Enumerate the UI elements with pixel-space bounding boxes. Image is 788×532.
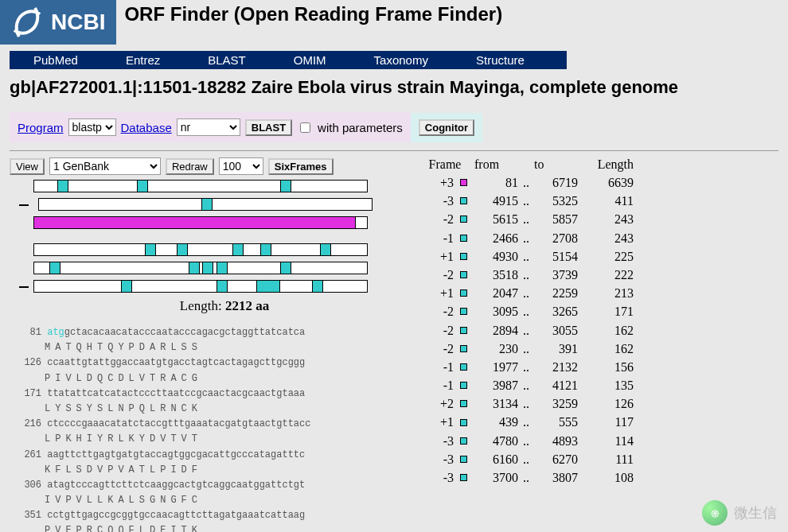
orf-row[interactable]: +1439..555117 bbox=[415, 413, 778, 431]
orf-row[interactable]: +381..67196639 bbox=[415, 173, 778, 192]
frame-bar[interactable] bbox=[33, 243, 368, 256]
orf-color-icon bbox=[460, 437, 467, 445]
frame-track bbox=[33, 180, 415, 192]
sequence-block: 81 atggctacacaacatacccaatacccagacgctaggt… bbox=[10, 325, 415, 532]
database-link[interactable]: Database bbox=[121, 121, 172, 134]
orf-segment[interactable] bbox=[145, 243, 156, 256]
orf-segment[interactable] bbox=[121, 280, 132, 293]
orf-table-header: Frame from to Length bbox=[415, 157, 778, 172]
sequence-heading: gb|AF272001.1|:11501-18282 Zaire Ebola v… bbox=[10, 77, 778, 98]
nav-structure[interactable]: Structure bbox=[452, 51, 548, 69]
orf-row[interactable]: -11977..2132156 bbox=[415, 358, 778, 376]
orf-segment[interactable] bbox=[202, 262, 213, 274]
sixframes-button[interactable]: SixFrames bbox=[268, 158, 334, 175]
frame-bar[interactable] bbox=[33, 262, 368, 274]
orf-segment[interactable] bbox=[201, 198, 213, 211]
orf-table: Frame from to Length +381..67196639-3491… bbox=[415, 157, 778, 487]
program-select[interactable]: blastp bbox=[68, 118, 116, 136]
separator bbox=[10, 150, 778, 151]
orf-segment[interactable] bbox=[49, 262, 60, 274]
view-controls: View 1 GenBank Redraw 100 SixFrames bbox=[10, 157, 415, 175]
orf-segment[interactable] bbox=[189, 262, 200, 274]
frame-diagram bbox=[33, 180, 415, 293]
minus-icon bbox=[19, 204, 29, 206]
redraw-button[interactable]: Redraw bbox=[166, 158, 214, 175]
orf-segment[interactable] bbox=[232, 243, 244, 256]
blast-controls: Program blastp Database nr BLAST with pa… bbox=[10, 112, 778, 142]
orf-color-icon bbox=[460, 400, 467, 407]
orf-segment[interactable] bbox=[280, 262, 291, 274]
nav-pubmed[interactable]: PubMed bbox=[10, 51, 102, 69]
frame-bar[interactable] bbox=[33, 180, 368, 192]
orf-row[interactable]: -33700..3807108 bbox=[415, 468, 778, 487]
orf-row[interactable]: +12047..2259213 bbox=[415, 284, 778, 302]
orf-color-icon bbox=[460, 308, 467, 315]
orf-row[interactable]: +23134..3259126 bbox=[415, 394, 778, 413]
with-params-checkbox[interactable] bbox=[300, 122, 310, 133]
nav-blast[interactable]: BLAST bbox=[184, 51, 270, 69]
page-header: NCBI ORF Finder (Open Reading Frame Find… bbox=[0, 0, 788, 45]
format-select[interactable]: 1 GenBank bbox=[49, 157, 161, 175]
orf-row[interactable]: -34780..4893114 bbox=[415, 432, 778, 450]
with-params-label: with parameters bbox=[318, 121, 403, 134]
frame-track bbox=[33, 280, 415, 293]
orf-color-icon bbox=[460, 345, 467, 352]
orf-segment[interactable] bbox=[177, 243, 188, 256]
orf-segment[interactable] bbox=[217, 262, 228, 274]
width-select[interactable]: 100 bbox=[219, 157, 263, 175]
orf-row[interactable]: -36160..6270111 bbox=[415, 450, 778, 468]
frame-track bbox=[33, 243, 415, 256]
page-title: ORF Finder (Open Reading Frame Finder) bbox=[124, 0, 502, 29]
database-select[interactable]: nr bbox=[177, 118, 240, 136]
frame-track bbox=[33, 216, 415, 229]
orf-color-icon bbox=[460, 327, 467, 334]
length-label: Length: 2212 aa bbox=[33, 298, 415, 314]
program-panel: Program blastp Database nr BLAST with pa… bbox=[10, 112, 411, 142]
nav-bar: PubMed Entrez BLAST OMIM Taxonomy Struct… bbox=[10, 51, 567, 69]
orf-segment[interactable] bbox=[217, 280, 228, 293]
orf-segment[interactable] bbox=[57, 180, 68, 192]
orf-row[interactable]: -25615..5857243 bbox=[415, 210, 778, 228]
orf-color-icon bbox=[460, 456, 467, 463]
nav-omim[interactable]: OMIM bbox=[270, 51, 350, 69]
orf-segment[interactable] bbox=[256, 280, 280, 293]
cognitor-button[interactable]: Cognitor bbox=[419, 119, 474, 136]
orf-row[interactable]: -12466..2708243 bbox=[415, 229, 778, 247]
orf-segment[interactable] bbox=[312, 280, 323, 293]
main-area: View 1 GenBank Redraw 100 SixFrames Leng… bbox=[10, 157, 778, 532]
orf-segment[interactable] bbox=[280, 180, 291, 192]
nav-entrez[interactable]: Entrez bbox=[102, 51, 184, 69]
ncbi-swirl-icon bbox=[11, 6, 43, 38]
orf-segment[interactable] bbox=[260, 243, 271, 256]
nav-taxonomy[interactable]: Taxonomy bbox=[350, 51, 452, 69]
frame-track bbox=[33, 262, 415, 274]
blast-button[interactable]: BLAST bbox=[245, 119, 292, 136]
orf-row[interactable]: -23095..3265171 bbox=[415, 302, 778, 320]
watermark: ⎈ 微生信 bbox=[702, 500, 777, 526]
minus-icon bbox=[19, 286, 29, 288]
orf-color-icon bbox=[460, 179, 467, 186]
orf-row[interactable]: -2230..391162 bbox=[415, 340, 778, 358]
orf-row[interactable]: -34915..5325411 bbox=[415, 192, 778, 210]
orf-segment[interactable] bbox=[137, 180, 148, 192]
orf-color-icon bbox=[460, 197, 467, 204]
orf-color-icon bbox=[460, 216, 467, 223]
orf-color-icon bbox=[460, 235, 467, 242]
cognitor-panel: Cognitor bbox=[411, 113, 482, 142]
program-link[interactable]: Program bbox=[18, 121, 64, 134]
frame-track bbox=[33, 198, 415, 211]
orf-segment[interactable] bbox=[33, 216, 356, 229]
orf-color-icon bbox=[460, 474, 467, 481]
watermark-text: 微生信 bbox=[734, 503, 777, 522]
orf-color-icon bbox=[460, 289, 467, 297]
view-button[interactable]: View bbox=[10, 158, 45, 175]
orf-row[interactable]: -23518..3739222 bbox=[415, 266, 778, 284]
left-column: View 1 GenBank Redraw 100 SixFrames Leng… bbox=[10, 157, 415, 532]
orf-row[interactable]: -22894..3055162 bbox=[415, 321, 778, 340]
ncbi-logo[interactable]: NCBI bbox=[0, 0, 116, 45]
orf-row[interactable]: +14930..5154225 bbox=[415, 247, 778, 266]
orf-color-icon bbox=[460, 253, 467, 260]
orf-segment[interactable] bbox=[320, 243, 331, 256]
orf-row[interactable]: -13987..4121135 bbox=[415, 376, 778, 394]
orf-color-icon bbox=[460, 271, 467, 278]
